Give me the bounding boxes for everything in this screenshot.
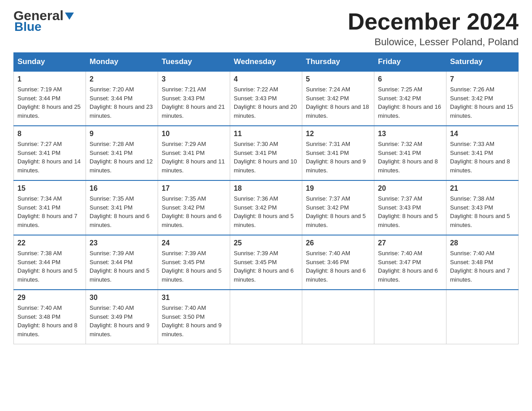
calendar-day-cell: 25Sunrise: 7:39 AMSunset: 3:45 PMDayligh… — [230, 235, 302, 290]
day-number: 20 — [378, 184, 442, 193]
day-number: 12 — [306, 130, 370, 138]
day-number: 16 — [90, 184, 154, 193]
day-info: Sunrise: 7:32 AMSunset: 3:41 PMDaylight:… — [378, 140, 442, 175]
day-number: 4 — [234, 75, 298, 83]
day-info: Sunrise: 7:40 AMSunset: 3:49 PMDaylight:… — [90, 304, 154, 338]
calendar-day-cell — [446, 290, 519, 344]
calendar-day-cell: 21Sunrise: 7:38 AMSunset: 3:43 PMDayligh… — [446, 180, 519, 235]
col-thursday: Thursday — [302, 53, 374, 72]
day-info: Sunrise: 7:34 AMSunset: 3:41 PMDaylight:… — [17, 194, 82, 229]
day-number: 31 — [162, 294, 226, 302]
day-info: Sunrise: 7:29 AMSunset: 3:41 PMDaylight:… — [162, 140, 226, 175]
col-monday: Monday — [86, 53, 158, 72]
day-info: Sunrise: 7:37 AMSunset: 3:43 PMDaylight:… — [378, 194, 442, 229]
calendar-day-cell: 5Sunrise: 7:24 AMSunset: 3:42 PMDaylight… — [302, 71, 374, 126]
calendar-day-cell: 3Sunrise: 7:21 AMSunset: 3:43 PMDaylight… — [158, 71, 230, 126]
day-info: Sunrise: 7:24 AMSunset: 3:42 PMDaylight:… — [306, 85, 370, 120]
day-info: Sunrise: 7:40 AMSunset: 3:50 PMDaylight:… — [162, 304, 226, 338]
col-wednesday: Wednesday — [230, 53, 302, 72]
calendar-day-cell: 6Sunrise: 7:25 AMSunset: 3:42 PMDaylight… — [374, 71, 446, 126]
day-info: Sunrise: 7:39 AMSunset: 3:44 PMDaylight:… — [90, 249, 154, 284]
day-number: 5 — [306, 75, 370, 83]
day-info: Sunrise: 7:39 AMSunset: 3:45 PMDaylight:… — [234, 249, 298, 284]
calendar-day-cell: 2Sunrise: 7:20 AMSunset: 3:44 PMDaylight… — [86, 71, 158, 126]
day-info: Sunrise: 7:19 AMSunset: 3:44 PMDaylight:… — [17, 85, 82, 120]
day-info: Sunrise: 7:38 AMSunset: 3:44 PMDaylight:… — [17, 249, 82, 284]
day-number: 9 — [90, 130, 154, 138]
day-number: 25 — [234, 239, 298, 247]
col-tuesday: Tuesday — [158, 53, 230, 72]
day-number: 30 — [90, 294, 154, 302]
day-number: 11 — [234, 130, 298, 138]
calendar-day-cell: 27Sunrise: 7:40 AMSunset: 3:47 PMDayligh… — [374, 235, 446, 290]
calendar-title-area: December 2024 Bulowice, Lesser Poland, P… — [348, 9, 519, 48]
day-number: 27 — [378, 239, 442, 247]
day-number: 2 — [90, 75, 154, 83]
day-info: Sunrise: 7:21 AMSunset: 3:43 PMDaylight:… — [162, 85, 226, 120]
logo-chevron-icon — [65, 13, 74, 20]
calendar-day-cell: 12Sunrise: 7:31 AMSunset: 3:41 PMDayligh… — [302, 126, 374, 180]
calendar-day-cell: 18Sunrise: 7:36 AMSunset: 3:42 PMDayligh… — [230, 180, 302, 235]
day-number: 26 — [306, 239, 370, 247]
calendar-header-row: Sunday Monday Tuesday Wednesday Thursday… — [14, 53, 519, 72]
day-info: Sunrise: 7:22 AMSunset: 3:43 PMDaylight:… — [234, 85, 298, 120]
day-number: 23 — [90, 239, 154, 247]
day-info: Sunrise: 7:39 AMSunset: 3:45 PMDaylight:… — [162, 249, 226, 284]
day-info: Sunrise: 7:36 AMSunset: 3:42 PMDaylight:… — [234, 194, 298, 229]
day-info: Sunrise: 7:35 AMSunset: 3:42 PMDaylight:… — [162, 194, 226, 229]
calendar-table: Sunday Monday Tuesday Wednesday Thursday… — [13, 52, 519, 344]
day-info: Sunrise: 7:20 AMSunset: 3:44 PMDaylight:… — [90, 85, 154, 120]
day-info: Sunrise: 7:31 AMSunset: 3:41 PMDaylight:… — [306, 140, 370, 175]
day-number: 29 — [17, 294, 82, 302]
col-saturday: Saturday — [446, 53, 519, 72]
day-number: 19 — [306, 184, 370, 193]
calendar-day-cell: 28Sunrise: 7:40 AMSunset: 3:48 PMDayligh… — [446, 235, 519, 290]
calendar-day-cell: 14Sunrise: 7:33 AMSunset: 3:41 PMDayligh… — [446, 126, 519, 180]
day-number: 10 — [162, 130, 226, 138]
day-number: 28 — [450, 239, 515, 247]
calendar-week-row: 29Sunrise: 7:40 AMSunset: 3:48 PMDayligh… — [14, 290, 519, 344]
day-number: 18 — [234, 184, 298, 193]
month-title: December 2024 — [348, 9, 519, 34]
page-header: General Blue December 2024 Bulowice, Les… — [13, 9, 519, 48]
logo: General Blue — [13, 9, 74, 33]
day-number: 21 — [450, 184, 515, 193]
calendar-day-cell: 30Sunrise: 7:40 AMSunset: 3:49 PMDayligh… — [86, 290, 158, 344]
day-number: 14 — [450, 130, 515, 138]
col-sunday: Sunday — [14, 53, 86, 72]
day-info: Sunrise: 7:30 AMSunset: 3:41 PMDaylight:… — [234, 140, 298, 175]
calendar-day-cell: 22Sunrise: 7:38 AMSunset: 3:44 PMDayligh… — [14, 235, 86, 290]
day-info: Sunrise: 7:38 AMSunset: 3:43 PMDaylight:… — [450, 194, 515, 229]
logo-blue-text: Blue — [13, 21, 74, 33]
calendar-day-cell: 17Sunrise: 7:35 AMSunset: 3:42 PMDayligh… — [158, 180, 230, 235]
calendar-day-cell: 16Sunrise: 7:35 AMSunset: 3:41 PMDayligh… — [86, 180, 158, 235]
day-info: Sunrise: 7:40 AMSunset: 3:46 PMDaylight:… — [306, 249, 370, 284]
calendar-day-cell — [230, 290, 302, 344]
calendar-day-cell: 19Sunrise: 7:37 AMSunset: 3:42 PMDayligh… — [302, 180, 374, 235]
col-friday: Friday — [374, 53, 446, 72]
day-number: 24 — [162, 239, 226, 247]
calendar-day-cell: 23Sunrise: 7:39 AMSunset: 3:44 PMDayligh… — [86, 235, 158, 290]
day-number: 7 — [450, 75, 515, 83]
day-info: Sunrise: 7:25 AMSunset: 3:42 PMDaylight:… — [378, 85, 442, 120]
day-number: 3 — [162, 75, 226, 83]
location-title: Bulowice, Lesser Poland, Poland — [348, 36, 519, 48]
calendar-day-cell: 29Sunrise: 7:40 AMSunset: 3:48 PMDayligh… — [14, 290, 86, 344]
day-info: Sunrise: 7:35 AMSunset: 3:41 PMDaylight:… — [90, 194, 154, 229]
calendar-day-cell: 20Sunrise: 7:37 AMSunset: 3:43 PMDayligh… — [374, 180, 446, 235]
calendar-day-cell: 11Sunrise: 7:30 AMSunset: 3:41 PMDayligh… — [230, 126, 302, 180]
day-info: Sunrise: 7:40 AMSunset: 3:47 PMDaylight:… — [378, 249, 442, 284]
day-info: Sunrise: 7:26 AMSunset: 3:42 PMDaylight:… — [450, 85, 515, 120]
day-number: 15 — [17, 184, 82, 193]
calendar-day-cell: 31Sunrise: 7:40 AMSunset: 3:50 PMDayligh… — [158, 290, 230, 344]
calendar-day-cell — [302, 290, 374, 344]
calendar-day-cell: 8Sunrise: 7:27 AMSunset: 3:41 PMDaylight… — [14, 126, 86, 180]
calendar-week-row: 8Sunrise: 7:27 AMSunset: 3:41 PMDaylight… — [14, 126, 519, 180]
calendar-day-cell: 4Sunrise: 7:22 AMSunset: 3:43 PMDaylight… — [230, 71, 302, 126]
calendar-week-row: 15Sunrise: 7:34 AMSunset: 3:41 PMDayligh… — [14, 180, 519, 235]
calendar-day-cell: 1Sunrise: 7:19 AMSunset: 3:44 PMDaylight… — [14, 71, 86, 126]
day-info: Sunrise: 7:40 AMSunset: 3:48 PMDaylight:… — [450, 249, 515, 284]
calendar-day-cell: 10Sunrise: 7:29 AMSunset: 3:41 PMDayligh… — [158, 126, 230, 180]
day-number: 13 — [378, 130, 442, 138]
calendar-day-cell: 15Sunrise: 7:34 AMSunset: 3:41 PMDayligh… — [14, 180, 86, 235]
